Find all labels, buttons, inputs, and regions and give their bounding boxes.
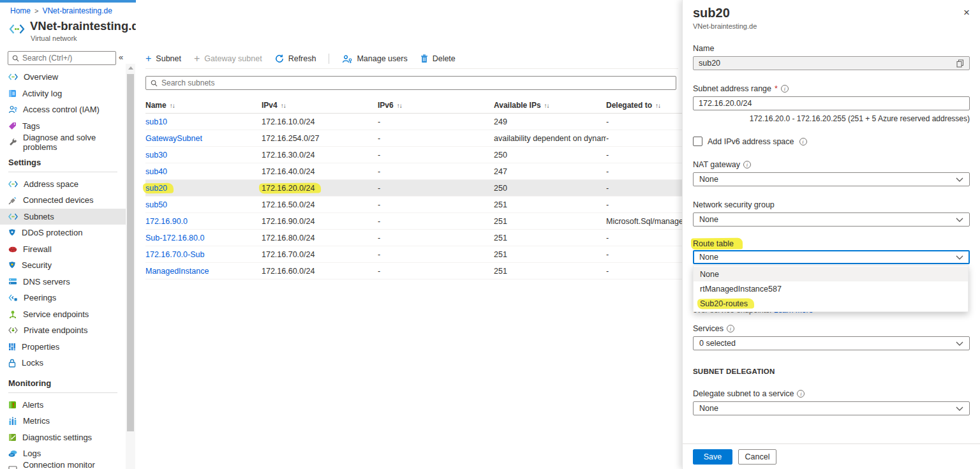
col-header-available-ips[interactable]: Available IPs↑↓ [494, 101, 606, 110]
cancel-button[interactable]: Cancel [738, 449, 776, 465]
sidebar-item-diagnose[interactable]: Diagnose and solve problems [0, 134, 126, 151]
scrollbar-up-arrow[interactable] [128, 66, 133, 70]
col-header-ipv4[interactable]: IPv4↑↓ [262, 101, 378, 110]
col-header-delegated-to[interactable]: Delegated to↑↓ [606, 101, 682, 110]
subnet-detail-panel: × sub20 VNet-braintesting.de Name Subnet… [682, 0, 980, 469]
sidebar-item-activity-log[interactable]: Activity log [0, 86, 126, 102]
subnet-link[interactable]: Sub-172.16.80.0 [145, 234, 204, 242]
table-row[interactable]: 172.16.70.0-Sub 172.16.70.0/24 - 251 - [145, 246, 682, 263]
subnet-link[interactable]: 172.16.90.0 [145, 217, 188, 226]
col-header-ipv6[interactable]: IPv6↑↓ [378, 101, 494, 110]
sidebar-item-properties[interactable]: Properties [0, 339, 126, 355]
sidebar-item-firewall[interactable]: Firewall [0, 241, 126, 258]
nat-gateway-select[interactable]: None [693, 172, 970, 186]
sidebar-item-connection-monitor[interactable]: Connection monitor (classic) [0, 462, 126, 469]
subnet-link[interactable]: sub10 [145, 117, 167, 126]
sidebar-item-locks[interactable]: Locks [0, 355, 126, 371]
plus-icon: + [194, 54, 200, 64]
subnet-link[interactable]: 172.16.70.0-Sub [145, 250, 204, 259]
sidebar-item-label: Diagnostic settings [22, 433, 92, 442]
table-row[interactable]: sub40 172.16.40.0/24 - 247 - [145, 163, 682, 180]
add-subnet-button[interactable]: + Subnet [145, 54, 181, 64]
nsg-select[interactable]: None [693, 212, 970, 227]
route-table-select[interactable]: None [693, 250, 970, 264]
chevron-down-icon [956, 341, 963, 346]
table-row[interactable]: sub30 172.16.30.0/24 - 250 - [145, 147, 682, 163]
sidebar-item-overview[interactable]: Overview [0, 69, 126, 86]
main-content: + Subnet + Gateway subnet Refresh Manage… [136, 0, 682, 469]
col-header-name[interactable]: Name↑↓ [145, 101, 262, 110]
vnet-icon [8, 73, 18, 80]
sidebar-item-metrics[interactable]: Metrics [0, 413, 126, 429]
info-icon[interactable]: i [799, 138, 807, 145]
sidebar-item-subnets[interactable]: Subnets [0, 209, 126, 225]
sidebar-item-peerings[interactable]: Peerings [0, 290, 126, 306]
peerings-icon [8, 294, 18, 301]
table-row[interactable]: ManagedInstance 172.16.60.0/24 - 251 - [145, 263, 682, 279]
table-row[interactable]: 172.16.90.0 172.16.90.0/24 - 251 Microso… [145, 213, 682, 230]
info-icon[interactable]: i [727, 325, 734, 332]
sidebar-item-label: Properties [22, 342, 59, 352]
sidebar-item-tags[interactable]: Tags [0, 118, 126, 135]
subnet-search[interactable] [145, 76, 676, 90]
table-row[interactable]: GatewaySubnet 172.16.254.0/27 - availabi… [145, 130, 682, 147]
save-button[interactable]: Save [693, 449, 732, 465]
sidebar-item-address-space[interactable]: Address space [0, 176, 126, 193]
table-row-selected-sub20[interactable]: sub20 172.16.20.0/24 - 250 - [145, 180, 682, 197]
info-icon[interactable]: i [797, 390, 805, 398]
ipv6-checkbox[interactable] [693, 137, 702, 146]
subnet-link[interactable]: sub20 [145, 184, 167, 193]
services-select[interactable]: 0 selected [693, 336, 970, 350]
table-header-row: Name↑↓ IPv4↑↓ IPv6↑↓ Available IPs↑↓ Del… [145, 97, 682, 114]
breadcrumb-vnet-link[interactable]: VNet-braintesting.de [42, 6, 112, 15]
security-shield-icon [8, 261, 16, 269]
sidebar-item-service-endpoints[interactable]: Service endpoints [0, 306, 126, 323]
subnet-link[interactable]: sub30 [145, 151, 167, 160]
sidebar-item-private-endpoints[interactable]: Private endpoints [0, 322, 126, 339]
dropdown-option-rtmanagedinstance587[interactable]: rtManagedInstance587 [694, 281, 968, 296]
sidebar-search-input[interactable] [22, 54, 112, 63]
address-range-input[interactable] [699, 99, 964, 108]
connection-monitor-icon [8, 466, 17, 469]
delegate-select[interactable]: None [693, 401, 970, 415]
sidebar-item-label: Connected devices [23, 195, 94, 205]
sidebar-scrollbar [126, 64, 135, 469]
delete-icon [420, 54, 428, 63]
toolbar: + Subnet + Gateway subnet Refresh Manage… [145, 51, 456, 66]
dropdown-option-sub20-routes[interactable]: Sub20-routes [694, 296, 968, 311]
subnet-link[interactable]: sub50 [145, 200, 167, 209]
table-row[interactable]: sub50 172.16.50.0/24 - 251 - [145, 197, 682, 213]
subnet-search-input[interactable] [161, 78, 671, 87]
address-range-field[interactable] [693, 96, 970, 110]
sidebar-item-ddos-protection[interactable]: DDoS protection [0, 225, 126, 241]
table-row[interactable]: Sub-172.16.80.0 172.16.80.0/24 - 251 - [145, 230, 682, 246]
sidebar-item-label: Subnets [24, 212, 54, 221]
copy-icon[interactable] [956, 59, 964, 68]
refresh-button[interactable]: Refresh [275, 54, 316, 63]
table-row[interactable]: sub10 172.16.10.0/24 - 249 - [145, 114, 682, 130]
delete-button[interactable]: Delete [420, 54, 456, 63]
subnet-link[interactable]: sub40 [145, 167, 167, 176]
sidebar-item-security[interactable]: Security [0, 257, 126, 274]
sidebar-item-diagnostic-settings[interactable]: Diagnostic settings [0, 429, 126, 446]
subnet-link[interactable]: GatewaySubnet [145, 134, 202, 143]
scrollbar-thumb[interactable] [127, 74, 134, 431]
dropdown-option-none[interactable]: None [694, 267, 968, 281]
sidebar-item-dns-servers[interactable]: DNS servers [0, 274, 126, 290]
sidebar-item-alerts[interactable]: Alerts [0, 397, 126, 413]
subnet-link[interactable]: ManagedInstance [145, 267, 209, 276]
nat-gateway-label: NAT gateway i [693, 160, 970, 169]
sort-arrows-icon: ↑↓ [170, 102, 175, 109]
manage-users-button[interactable]: Manage users [342, 54, 407, 63]
dns-servers-icon [8, 278, 17, 285]
close-icon[interactable]: × [963, 7, 970, 18]
sidebar-search[interactable] [8, 51, 116, 65]
sidebar-item-logs[interactable]: Logs [0, 445, 126, 462]
breadcrumb-home-link[interactable]: Home [10, 6, 31, 15]
sidebar-collapse-button[interactable]: « [119, 52, 123, 62]
sidebar-item-connected-devices[interactable]: Connected devices [0, 192, 126, 209]
sidebar-item-access-control[interactable]: Access control (IAM) [0, 101, 126, 118]
info-icon[interactable]: i [781, 85, 789, 93]
info-icon[interactable]: i [743, 161, 751, 168]
manage-users-icon [342, 55, 352, 63]
